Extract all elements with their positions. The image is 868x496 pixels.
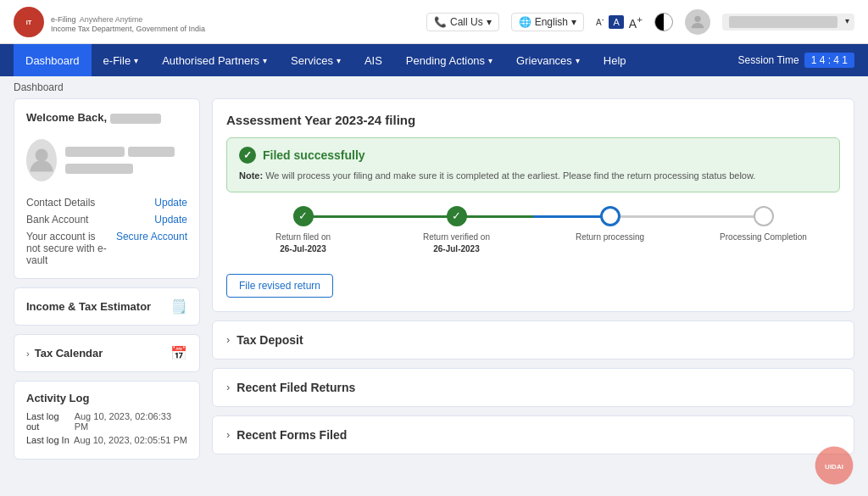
nav-item-grievances[interactable]: Grievances ▾: [504, 44, 592, 76]
font-controls: A- A A+: [596, 14, 643, 31]
progress-steps: ✓ Return filed on 26-Jul-2023 ✓ Return v…: [226, 206, 840, 255]
font-increase-button[interactable]: A+: [629, 14, 643, 31]
nav-item-dashboard[interactable]: Dashboard: [14, 44, 92, 76]
user-menu[interactable]: ████████: [722, 14, 854, 31]
nav-label-grievances: Grievances: [516, 54, 572, 67]
note-text: We will process your filing and make sur…: [265, 170, 755, 181]
note-label: Note:: [239, 170, 263, 181]
nav-label-help: Help: [604, 54, 626, 67]
org-name: e-Filing: [51, 15, 76, 24]
success-banner: ✓ Filed successfully Note: We will proce…: [226, 137, 840, 192]
session-time: 1 4 : 4 1: [804, 53, 854, 68]
nav-label-authorised-partners: Authorised Partners: [162, 54, 259, 67]
svg-point-3: [36, 149, 48, 162]
font-normal-button[interactable]: A: [609, 15, 623, 29]
nav-item-help[interactable]: Help: [592, 44, 638, 76]
step-3-line: [610, 215, 764, 218]
font-decrease-button[interactable]: A-: [596, 15, 604, 27]
chevron-down-icon: ▾: [487, 16, 492, 28]
call-us-label: Call Us: [450, 16, 483, 28]
login-time: Aug 10, 2023, 02:05:51 PM: [74, 435, 187, 445]
username-blurred: ███: [110, 114, 161, 124]
chevron-down-icon: ▾: [263, 56, 267, 65]
recent-forms-filed-title: Recent Forms Filed: [236, 428, 347, 442]
aadhaar-watermark: UIDAI: [814, 445, 854, 473]
success-note: Note: We will process your filing and ma…: [239, 169, 827, 183]
step-2: ✓ Return verified on 26-Jul-2023: [380, 206, 533, 255]
nav-item-authorised-partners[interactable]: Authorised Partners ▾: [150, 44, 279, 76]
logo-emblem: IT: [14, 7, 44, 37]
welcome-card: Welcome Back, ███ ████ ████ ██████: [14, 98, 200, 279]
nav-label-ais: AIS: [364, 54, 382, 67]
phone-icon: 📞: [434, 16, 447, 28]
step-1: ✓ Return filed on 26-Jul-2023: [226, 206, 380, 255]
recent-filed-returns-title: Recent Filed Returns: [236, 381, 355, 394]
nav-label-dashboard: Dashboard: [25, 54, 80, 67]
right-panel: Assessment Year 2023-24 filing ✓ Filed s…: [212, 98, 854, 460]
contact-details-update[interactable]: Update: [154, 197, 187, 209]
nav-label-efile: e-File: [103, 54, 131, 67]
svg-text:UIDAI: UIDAI: [825, 463, 843, 471]
language-selector[interactable]: 🌐 English ▾: [511, 13, 584, 31]
user-line-1: ████: [65, 147, 125, 157]
logout-label: Last log out: [26, 411, 75, 432]
assessment-card: Assessment Year 2023-24 filing ✓ Filed s…: [212, 98, 854, 312]
left-panel: Welcome Back, ███ ████ ████ ██████: [14, 98, 200, 460]
recent-forms-filed-card[interactable]: › Recent Forms Filed: [212, 415, 854, 454]
profile-picture: [26, 139, 57, 181]
step-4-label: Processing Completion: [720, 231, 807, 243]
bank-account-row: Bank Account Update: [26, 214, 187, 226]
contrast-toggle[interactable]: [654, 13, 673, 31]
step-2-label: Return verified on 26-Jul-2023: [423, 231, 490, 255]
username-text: ████████: [729, 16, 837, 28]
step-2-line: [457, 215, 610, 218]
tax-calendar-title: Tax Calendar: [35, 347, 103, 359]
check-icon: ✓: [239, 147, 256, 164]
success-header: ✓ Filed successfully: [239, 147, 827, 164]
recent-filed-returns-card[interactable]: › Recent Filed Returns: [212, 368, 854, 407]
step-3-circle: [600, 206, 620, 226]
tax-deposit-card[interactable]: › Tax Deposit: [212, 320, 854, 359]
logo-area: IT e-Filing Anywhere Anytime Income Tax …: [14, 7, 205, 37]
calendar-icon: 📅: [170, 345, 187, 361]
nav-label-pending-actions: Pending Actions: [406, 54, 485, 67]
nav-item-ais[interactable]: AIS: [353, 44, 394, 76]
contact-details-label: Contact Details: [26, 197, 95, 209]
file-revised-return-button[interactable]: File revised return: [226, 274, 333, 298]
calculator-icon: 🗒️: [170, 298, 187, 315]
logout-time: Aug 10, 2023, 02:06:33 PM: [75, 411, 187, 432]
breadcrumb-text: Dashboard: [14, 81, 64, 93]
income-tax-estimator-card[interactable]: Income & Tax Estimator 🗒️: [14, 287, 200, 326]
user-line-2: ████: [128, 147, 175, 157]
evault-text: Your account is not secure with e-vault: [26, 231, 111, 266]
nav-item-services[interactable]: Services ▾: [279, 44, 353, 76]
nav-item-efile[interactable]: e-File ▾: [92, 44, 151, 76]
user-line-3: ██████: [65, 164, 133, 174]
evault-row: Your account is not secure with e-vault …: [26, 231, 187, 266]
welcome-title: Welcome Back, ███: [26, 111, 187, 124]
header-right: 📞 Call Us ▾ 🌐 English ▾ A- A A+ ████████: [426, 9, 854, 35]
step-4: Processing Completion: [687, 206, 840, 243]
login-label: Last log In: [26, 435, 70, 445]
activity-login-row: Last log In Aug 10, 2023, 02:05:51 PM: [26, 435, 187, 445]
logo-subtitle: Income Tax Department, Government of Ind…: [51, 25, 205, 33]
call-us-button[interactable]: 📞 Call Us ▾: [426, 13, 499, 31]
contact-details-row: Contact Details Update: [26, 197, 187, 209]
step-3-label: Return processing: [576, 231, 644, 243]
svg-text:IT: IT: [26, 19, 32, 26]
chevron-down-icon: ▾: [488, 56, 492, 65]
nav-label-services: Services: [291, 54, 333, 67]
welcome-label: Welcome Back,: [26, 111, 107, 124]
tax-calendar-card[interactable]: › Tax Calendar 📅: [14, 334, 200, 372]
tagline: Anywhere Anytime: [80, 15, 143, 24]
secure-account-link[interactable]: Secure Account: [116, 231, 187, 242]
brand-name: e-Filing Anywhere Anytime: [51, 10, 205, 25]
bank-account-update[interactable]: Update: [154, 214, 187, 226]
top-header: IT e-Filing Anywhere Anytime Income Tax …: [0, 0, 868, 44]
breadcrumb: Dashboard: [0, 76, 868, 98]
tax-deposit-title: Tax Deposit: [236, 333, 303, 347]
nav-item-pending-actions[interactable]: Pending Actions ▾: [394, 44, 504, 76]
bank-account-label: Bank Account: [26, 214, 88, 226]
chevron-right-icon: ›: [26, 348, 30, 359]
activity-logout-row: Last log out Aug 10, 2023, 02:06:33 PM: [26, 411, 187, 432]
